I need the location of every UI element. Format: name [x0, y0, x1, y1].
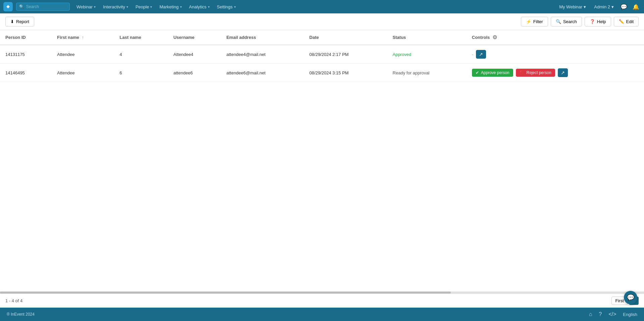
help-icon: ❓ — [590, 19, 595, 24]
nav-item-webinar[interactable]: Webinar ▾ — [73, 2, 99, 11]
col-first-name[interactable]: First name ↑ — [52, 30, 114, 45]
chevron-down-icon: ▾ — [611, 4, 614, 9]
col-status: Status — [387, 30, 467, 45]
nav-item-settings[interactable]: Settings ▾ — [214, 2, 239, 11]
download-icon: ⬇ — [10, 19, 14, 24]
chevron-down-icon: ▾ — [150, 5, 152, 9]
cell-controls: -↗ — [467, 45, 644, 63]
search-icon: 🔍 — [556, 19, 561, 24]
people-table: Person ID First name ↑ Last name Usernam… — [0, 30, 644, 82]
cell-username: Attendee4 — [168, 45, 221, 64]
cell-date: 08/29/2024 3:15 PM — [304, 64, 387, 82]
filter-button[interactable]: ⚡ Filter — [521, 17, 548, 26]
open-record-button[interactable]: ↗ — [558, 68, 568, 77]
cell-first-name: Attendee — [52, 45, 114, 64]
report-button[interactable]: ⬇ Report — [5, 17, 34, 26]
nav-item-interactivity[interactable]: Interactivity ▾ — [100, 2, 131, 11]
nav-item-analytics[interactable]: Analytics ▾ — [186, 2, 213, 11]
sort-icon: ↑ — [82, 35, 84, 40]
gear-icon[interactable]: ⚙ — [492, 34, 497, 41]
code-icon[interactable]: </> — [608, 311, 616, 317]
cell-person-id: 14131175 — [0, 45, 52, 64]
chat-icon: 💬 — [627, 294, 634, 301]
chevron-down-icon: ▾ — [126, 5, 128, 9]
chevron-down-icon: ▾ — [234, 5, 236, 9]
question-icon[interactable]: ? — [599, 311, 602, 317]
no-controls: - — [472, 52, 473, 57]
approve-person-button[interactable]: ✔ Approve person — [472, 69, 513, 77]
nav-menu: Webinar ▾ Interactivity ▾ People ▾ Marke… — [73, 2, 239, 11]
cell-first-name: Attendee — [52, 64, 114, 82]
col-last-name: Last name — [114, 30, 168, 45]
footer-copyright: ® InEvent 2024 — [7, 312, 35, 317]
language-selector[interactable]: English — [623, 312, 637, 317]
cell-email: attendee4@mail.net — [221, 45, 304, 64]
ban-icon: 🚫 — [520, 70, 525, 75]
col-email: Email address — [221, 30, 304, 45]
help-button[interactable]: ❓ Help — [585, 17, 611, 26]
cell-status: Ready for approval — [387, 64, 467, 82]
edit-button[interactable]: ✏️ Edit — [614, 17, 639, 26]
chevron-down-icon: ▾ — [180, 5, 182, 9]
nav-search-input[interactable] — [26, 4, 66, 9]
open-record-button[interactable]: ↗ — [476, 50, 486, 59]
pagination-bar: 1 - 4 of 4 First 1 — [0, 294, 644, 308]
chat-bubble-button[interactable]: 💬 — [624, 291, 637, 304]
search-button[interactable]: 🔍 Search — [551, 17, 582, 26]
footer: ® InEvent 2024 ⌂ ? </> English — [0, 308, 644, 321]
message-icon[interactable]: 💬 — [619, 2, 629, 11]
col-person-id: Person ID — [0, 30, 52, 45]
cell-last-name: 4 — [114, 45, 168, 64]
check-icon: ✔ — [476, 70, 479, 75]
top-navigation: 🔍 Webinar ▾ Interactivity ▾ People ▾ Mar… — [0, 0, 644, 13]
cell-email: attendee6@mail.net — [221, 64, 304, 82]
nav-item-people[interactable]: People ▾ — [132, 2, 155, 11]
table-row: 14146495 Attendee 6 attendee6 attendee6@… — [0, 64, 644, 82]
notification-icon[interactable]: 🔔 — [631, 2, 641, 11]
search-icon: 🔍 — [19, 4, 24, 9]
nav-search-box[interactable]: 🔍 — [16, 3, 70, 11]
webinar-selector[interactable]: My Webinar ▾ — [556, 3, 589, 11]
cell-last-name: 6 — [114, 64, 168, 82]
pagination-info: 1 - 4 of 4 — [5, 298, 22, 303]
cell-username: attendee6 — [168, 64, 221, 82]
cell-person-id: 14146495 — [0, 64, 52, 82]
chevron-down-icon: ▾ — [584, 4, 586, 9]
cell-date: 08/29/2024 2:17 PM — [304, 45, 387, 64]
toolbar: ⬇ Report ⚡ Filter 🔍 Search ❓ Help ✏️ Edi… — [0, 13, 644, 30]
app-logo — [3, 2, 13, 11]
footer-icons: ⌂ ? </> English — [589, 311, 637, 317]
chevron-down-icon: ▾ — [208, 5, 210, 9]
cell-controls: ✔ Approve person🚫 Reject person↗ — [467, 64, 644, 82]
nav-item-marketing[interactable]: Marketing ▾ — [156, 2, 185, 11]
cell-status: Approved — [387, 45, 467, 64]
chevron-down-icon: ▾ — [94, 5, 96, 9]
edit-icon: ✏️ — [619, 19, 624, 24]
toolbar-right: ⚡ Filter 🔍 Search ❓ Help ✏️ Edit — [521, 17, 639, 26]
admin-menu[interactable]: Admin 2 ▾ — [591, 3, 616, 11]
nav-right-section: My Webinar ▾ Admin 2 ▾ 💬 🔔 — [556, 2, 641, 11]
col-username: Username — [168, 30, 221, 45]
filter-icon: ⚡ — [526, 19, 531, 24]
col-date: Date — [304, 30, 387, 45]
reject-person-button[interactable]: 🚫 Reject person — [516, 69, 555, 77]
table-row: 14131175 Attendee 4 Attendee4 attendee4@… — [0, 45, 644, 64]
home-icon[interactable]: ⌂ — [589, 311, 592, 317]
table-header-row: Person ID First name ↑ Last name Usernam… — [0, 30, 644, 45]
col-controls: Controls ⚙ — [467, 30, 644, 45]
table-container: Person ID First name ↑ Last name Usernam… — [0, 30, 644, 292]
